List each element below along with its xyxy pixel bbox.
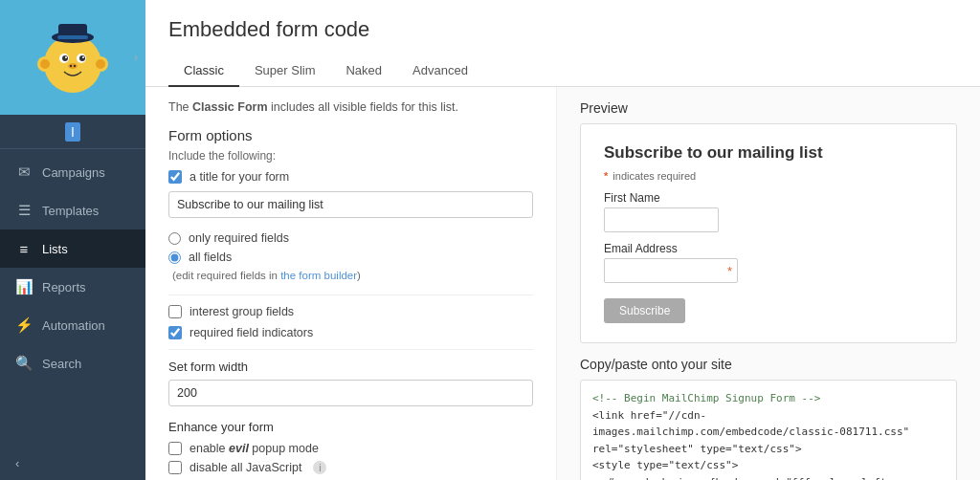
tab-superslim[interactable]: Super Slim (239, 55, 331, 87)
evil-popup-label: enable evil popup mode (189, 442, 319, 455)
sidebar-top-section: I (0, 115, 145, 149)
info-icon[interactable]: i (313, 461, 326, 474)
radio-all-label: all fields (189, 251, 232, 264)
code-section: Copy/paste onto your site <!-- Begin Mai… (580, 357, 957, 480)
first-name-input[interactable] (604, 207, 719, 232)
sidebar: › I ✉ Campaigns ☰ Templates ≡ Lists 📊 Re… (0, 0, 145, 480)
svg-point-11 (68, 63, 78, 69)
page-title: Embedded form code (168, 17, 957, 42)
required-indicators-checkbox[interactable] (168, 326, 182, 339)
form-width-title: Set form width (168, 360, 533, 374)
required-note: * indicates required (604, 170, 933, 182)
sidebar-collapse-arrow[interactable]: › (134, 51, 138, 64)
automation-icon: ⚡ (15, 316, 33, 334)
first-name-field: First Name (604, 191, 933, 232)
sidebar-item-label: Automation (42, 318, 105, 333)
sidebar-logo: › (0, 0, 145, 115)
radio-required[interactable] (168, 232, 181, 245)
disable-js-checkbox[interactable] (168, 461, 182, 474)
email-asterisk-icon: * (727, 264, 732, 278)
sidebar-item-search[interactable]: 🔍 Search (0, 344, 145, 382)
content-area: The Classic Form includes all visible fi… (145, 87, 980, 480)
evil-popup-checkbox[interactable] (168, 442, 182, 455)
reports-icon: 📊 (15, 278, 33, 295)
evil-popup-row: enable evil popup mode (168, 442, 533, 455)
edit-hint-before: (edit required fields in (172, 270, 280, 281)
tab-advanced[interactable]: Advanced (397, 55, 483, 87)
svg-point-9 (65, 56, 67, 58)
separator-1 (168, 295, 533, 295)
code-box[interactable]: <!-- Begin MailChimp Signup Form --> <li… (580, 380, 957, 480)
sidebar-item-automation[interactable]: ⚡ Automation (0, 306, 145, 344)
disable-js-row: disable all JavaScript i (168, 461, 533, 474)
enhance-title: Enhance your form (168, 420, 533, 434)
interest-label: interest group fields (189, 305, 294, 318)
evil-label-pre: enable (189, 442, 229, 455)
evil-word: evil (229, 442, 249, 455)
email-label: Email Address (604, 242, 933, 255)
code-line-3: <style type="text/css"> (592, 457, 945, 474)
edit-hint: (edit required fields in the form builde… (172, 270, 533, 281)
svg-point-12 (70, 65, 72, 67)
required-indicators-label: required field indicators (189, 326, 313, 339)
required-note-text: indicates required (612, 170, 696, 182)
code-line-1: <!-- Begin MailChimp Signup Form --> (592, 390, 945, 407)
lists-icon: ≡ (15, 240, 33, 257)
sidebar-item-label: Search (42, 357, 81, 371)
radio-required-label: only required fields (189, 231, 289, 245)
svg-point-15 (40, 59, 50, 69)
preview-title: Preview (580, 100, 957, 116)
title-checkbox[interactable] (168, 170, 182, 184)
subscribe-button[interactable]: Subscribe (604, 298, 685, 323)
code-line-4: #mc_embed_signup{background:#fff; clear:… (608, 474, 945, 480)
svg-point-7 (62, 55, 68, 61)
svg-point-13 (74, 65, 76, 67)
sidebar-item-label: Campaigns (42, 165, 105, 180)
form-width-input[interactable] (168, 380, 533, 406)
svg-point-10 (82, 56, 84, 58)
form-title-input[interactable] (168, 191, 533, 218)
required-indicators-row: required field indicators (168, 326, 533, 339)
sidebar-bottom-collapse[interactable]: ‹ (0, 447, 145, 480)
preview-box: Subscribe to our mailing list * indicate… (580, 123, 957, 343)
form-builder-link[interactable]: the form builder (280, 270, 357, 281)
interest-checkbox-row: interest group fields (168, 305, 533, 318)
description-text: The Classic Form includes all visible fi… (168, 100, 533, 114)
sidebar-item-label: Lists (42, 242, 68, 256)
templates-icon: ☰ (15, 202, 33, 219)
evil-label-post: popup mode (249, 442, 319, 455)
preview-form-title: Subscribe to our mailing list (604, 143, 933, 163)
form-options-title: Form options (168, 127, 533, 143)
tab-classic[interactable]: Classic (168, 55, 239, 87)
include-label: Include the following: (168, 149, 533, 163)
email-field: Email Address * (604, 242, 933, 283)
edit-hint-after: ) (357, 270, 361, 281)
mailchimp-logo (30, 14, 116, 100)
sidebar-top-icon-label: I (65, 122, 80, 142)
radio-required-row: only required fields (168, 231, 533, 245)
sidebar-item-templates[interactable]: ☰ Templates (0, 191, 145, 229)
separator-2 (168, 349, 533, 350)
interest-checkbox[interactable] (168, 305, 182, 318)
code-section-title: Copy/paste onto your site (580, 357, 957, 372)
sidebar-item-label: Templates (42, 204, 99, 218)
radio-all[interactable] (168, 251, 181, 264)
search-icon: 🔍 (15, 355, 33, 372)
code-line-2: <link href="//cdn-images.mailchimp.com/e… (592, 407, 945, 458)
radio-all-row: all fields (168, 251, 533, 264)
preview-section: Preview Subscribe to our mailing list * … (580, 100, 957, 343)
title-checkbox-row: a title for your form (168, 170, 533, 184)
email-wrapper: * (604, 258, 738, 283)
collapse-arrow-icon: ‹ (15, 456, 19, 470)
first-name-label: First Name (604, 191, 933, 205)
tab-naked[interactable]: Naked (330, 55, 397, 87)
asterisk-icon: * (604, 170, 608, 182)
sidebar-item-campaigns[interactable]: ✉ Campaigns (0, 153, 145, 191)
sidebar-item-lists[interactable]: ≡ Lists (0, 229, 145, 268)
sidebar-item-reports[interactable]: 📊 Reports (0, 268, 145, 306)
title-checkbox-label: a title for your form (189, 170, 289, 184)
right-panel: Preview Subscribe to our mailing list * … (557, 87, 980, 480)
disable-js-label: disable all JavaScript (189, 461, 301, 474)
email-input[interactable] (604, 258, 738, 283)
main-content: Embedded form code Classic Super Slim Na… (145, 0, 980, 480)
